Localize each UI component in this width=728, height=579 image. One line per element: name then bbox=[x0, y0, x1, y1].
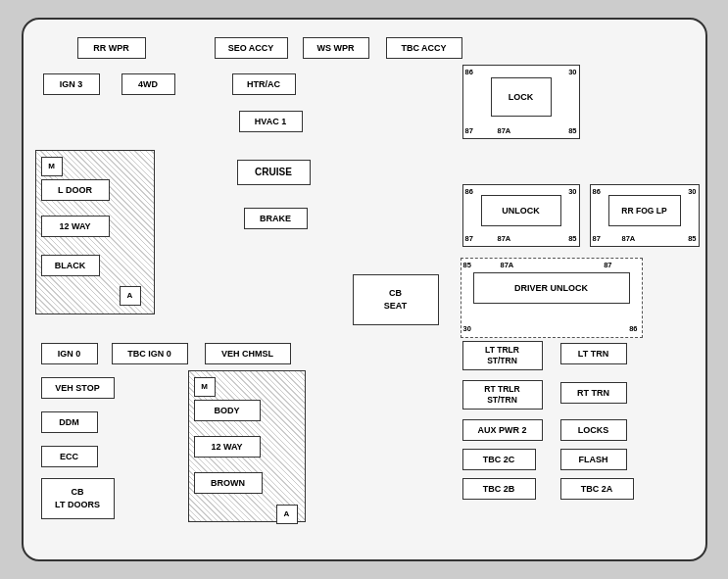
fuse-cb-seat: CBSEAT bbox=[353, 274, 439, 325]
driver-unlock-box: DRIVER UNLOCK bbox=[473, 272, 630, 304]
fuse-a-body: A bbox=[276, 505, 298, 524]
fog-87: 87 bbox=[593, 234, 601, 243]
fuse-veh-stop: VEH STOP bbox=[41, 377, 115, 399]
fuse-ign3: IGN 3 bbox=[43, 73, 100, 95]
du-85: 85 bbox=[463, 261, 471, 269]
fuse-rt-trlr: RT TRLRST/TRN bbox=[462, 380, 543, 410]
lock-label: LOCK bbox=[509, 92, 534, 102]
fuse-rr-wpr: RR WPR bbox=[77, 37, 146, 59]
unlock-30: 30 bbox=[568, 187, 576, 196]
pdm-group: 85 87A 87 DRIVER UNLOCK 30 86 ─── PDM ──… bbox=[461, 258, 643, 338]
fuse-m-ldoor: M bbox=[41, 157, 63, 176]
lock-86: 86 bbox=[465, 68, 473, 76]
fuse-12way-body: 12 WAY bbox=[194, 436, 261, 458]
du-86: 86 bbox=[629, 324, 637, 333]
fuse-flash: FLASH bbox=[560, 449, 627, 470]
du-87a: 87A bbox=[501, 261, 514, 269]
fuse-htr-ac: HTR/AC bbox=[232, 73, 296, 95]
unlock-85: 85 bbox=[568, 234, 576, 243]
unlock-86: 86 bbox=[465, 187, 473, 196]
fuse-tbc-2c: TBC 2C bbox=[462, 449, 536, 470]
fog-30: 30 bbox=[688, 187, 696, 196]
fuse-ws-wpr: WS WPR bbox=[303, 37, 369, 59]
fuse-black: BLACK bbox=[41, 255, 100, 276]
fuse-12way-ldoor: 12 WAY bbox=[41, 216, 110, 237]
fuse-tbc-2a: TBC 2A bbox=[560, 478, 634, 500]
fuse-ddm: DDM bbox=[41, 411, 98, 433]
fog-relay-box: RR FOG LP bbox=[608, 195, 681, 226]
unlock-relay-box: UNLOCK bbox=[481, 195, 561, 226]
fog-85: 85 bbox=[688, 234, 696, 243]
fog-86: 86 bbox=[593, 187, 601, 196]
fuse-lt-trlr: LT TRLRST/TRN bbox=[462, 341, 543, 370]
fog-label: RR FOG LP bbox=[621, 206, 666, 216]
fuse-l-door: L DOOR bbox=[41, 179, 110, 201]
fuse-rt-trn: RT TRN bbox=[560, 382, 627, 404]
fuse-body: BODY bbox=[194, 400, 261, 421]
fuse-cruise: CRUISE bbox=[237, 160, 311, 185]
fuse-m-body: M bbox=[194, 377, 216, 397]
du-30: 30 bbox=[463, 324, 471, 333]
fuse-seo-accy: SEO ACCY bbox=[215, 37, 288, 59]
fuse-a-ldoor: A bbox=[120, 286, 141, 306]
lock-87: 87 bbox=[465, 126, 473, 135]
fuse-locks: LOCKS bbox=[560, 419, 627, 441]
driver-unlock-label: DRIVER UNLOCK bbox=[514, 283, 588, 293]
lock-relay-group: 86 30 LOCK 87 87A 85 bbox=[462, 65, 580, 139]
lock-85: 85 bbox=[568, 126, 576, 135]
fuse-tbc-accy: TBC ACCY bbox=[386, 37, 462, 59]
fuse-hvac1: HVAC 1 bbox=[239, 111, 303, 132]
fuse-veh-chmsl: VEH CHMSL bbox=[205, 343, 291, 364]
fog-87a: 87A bbox=[622, 234, 636, 243]
unlock-87: 87 bbox=[465, 234, 473, 243]
unlock-relay-group: 86 30 UNLOCK 87 87A 85 bbox=[462, 184, 580, 247]
fuse-diagram: RR WPR SEO ACCY WS WPR TBC ACCY IGN 3 4W… bbox=[22, 18, 707, 561]
lock-87a: 87A bbox=[498, 126, 511, 135]
fuse-ign0: IGN 0 bbox=[41, 343, 98, 364]
fuse-brown: BROWN bbox=[194, 472, 263, 494]
fuse-ecc: ECC bbox=[41, 446, 98, 467]
fuse-lt-trn: LT TRN bbox=[560, 343, 627, 364]
fuse-aux-pwr2: AUX PWR 2 bbox=[462, 419, 543, 441]
lock-relay-box: LOCK bbox=[491, 77, 552, 117]
unlock-87a: 87A bbox=[498, 234, 511, 243]
fuse-tbc-2b: TBC 2B bbox=[462, 478, 536, 500]
fuse-tbc-ign0: TBC IGN 0 bbox=[112, 343, 188, 364]
du-87: 87 bbox=[604, 261, 611, 269]
fuse-brake: BRAKE bbox=[244, 208, 308, 229]
rr-fog-lp-relay-group: 86 30 RR FOG LP 87 87A 85 bbox=[590, 184, 700, 247]
lock-30: 30 bbox=[568, 68, 576, 76]
unlock-label: UNLOCK bbox=[502, 206, 540, 216]
fuse-4wd: 4WD bbox=[121, 73, 175, 95]
fuse-cb-lt-doors: CBLT DOORS bbox=[41, 478, 115, 519]
